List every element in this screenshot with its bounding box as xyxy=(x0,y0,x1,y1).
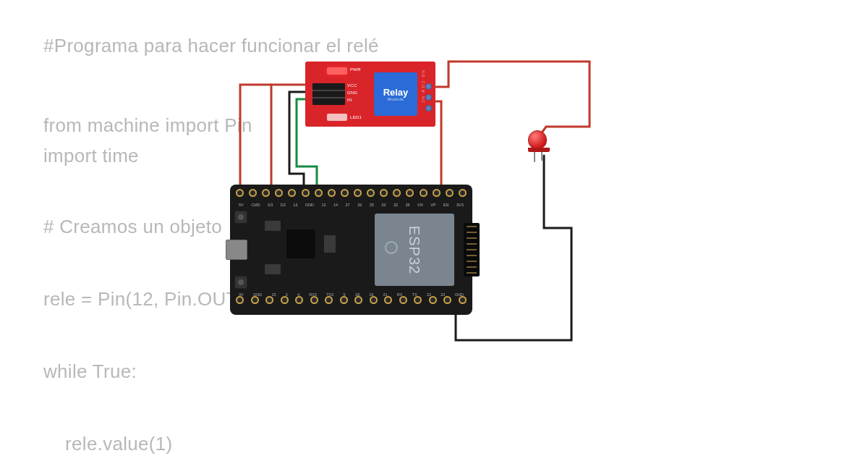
pin-label: 22 xyxy=(427,292,431,297)
pin-hole[interactable] xyxy=(406,189,414,197)
pin-label: 21 xyxy=(383,292,388,297)
pin-hole[interactable] xyxy=(288,189,296,197)
pin-hole[interactable] xyxy=(459,296,467,304)
pin-hole[interactable] xyxy=(265,296,273,304)
pin-hole[interactable] xyxy=(443,296,451,304)
pin-label: 13 xyxy=(293,203,297,207)
esp32-top-pin-labels: 5VCMDD3D213GND1214272625333235VNVPEN3V3 xyxy=(239,203,464,207)
pin-hole[interactable] xyxy=(459,189,467,197)
pin-hole[interactable] xyxy=(249,189,257,197)
pin-hole[interactable] xyxy=(341,189,349,197)
esp32-chip-label: ESP32 xyxy=(406,225,422,274)
esp32-smd-icon xyxy=(265,264,281,274)
circuit-diagram: PWR VCC GND IN LED1 Relay Module NO COM … xyxy=(224,47,629,358)
pin-hole[interactable] xyxy=(251,296,259,304)
relay-in-label: IN xyxy=(347,98,352,102)
pin-hole[interactable] xyxy=(414,296,422,304)
relay-no-terminal[interactable] xyxy=(425,83,432,90)
pin-label: 5 xyxy=(344,292,346,297)
relay-coil-block: Relay Module xyxy=(374,72,417,116)
pin-label: 26 xyxy=(357,203,362,207)
pin-label: 32 xyxy=(393,203,398,207)
code-line: from machine import Pin xyxy=(43,114,252,137)
pin-label: 35 xyxy=(405,203,409,207)
pin-label: 2 xyxy=(286,292,288,297)
pin-label: VP xyxy=(430,203,435,207)
pin-hole[interactable] xyxy=(295,296,303,304)
pin-label: RX2 xyxy=(309,292,317,297)
relay-status-led-icon xyxy=(327,114,347,121)
pin-hole[interactable] xyxy=(281,296,289,304)
code-line: import time xyxy=(43,145,139,167)
relay-module[interactable]: PWR VCC GND IN LED1 Relay Module NO COM … xyxy=(305,62,435,127)
pin-label: EN xyxy=(443,203,449,207)
pin-hole[interactable] xyxy=(315,189,323,197)
pin-hole[interactable] xyxy=(236,296,244,304)
red-led[interactable] xyxy=(528,130,550,161)
led-cathode-leg[interactable] xyxy=(541,152,542,161)
relay-title: Relay xyxy=(383,88,409,97)
pin-label: 3V3 xyxy=(456,203,464,207)
pin-label: 25 xyxy=(370,203,374,207)
pin-label: 14 xyxy=(333,203,338,207)
pin-hole[interactable] xyxy=(354,296,362,304)
esp32-board[interactable]: 5VCMDD3D213GND1214272625333235VNVPEN3V3 … xyxy=(230,185,472,315)
pin-hole[interactable] xyxy=(384,296,392,304)
esp32-top-pin-row[interactable] xyxy=(236,189,467,203)
pin-hole[interactable] xyxy=(354,189,362,197)
led-base-icon xyxy=(528,148,550,152)
esp32-antenna-icon xyxy=(464,223,480,276)
pin-label: GND xyxy=(455,292,464,297)
pin-hole[interactable] xyxy=(328,189,336,197)
espressif-logo-icon xyxy=(385,241,398,254)
relay-led1-label: LED1 xyxy=(350,115,362,119)
relay-output-terminals[interactable] xyxy=(425,83,432,111)
esp32-en-button[interactable] xyxy=(234,211,247,224)
pin-hole[interactable] xyxy=(393,189,401,197)
pin-label: 3V xyxy=(239,292,244,297)
esp32-smd-icon xyxy=(265,221,281,231)
pin-label: TX xyxy=(412,292,417,297)
pin-label: 5V xyxy=(239,203,244,207)
code-line: # Creamos un objeto xyxy=(43,216,222,238)
esp32-bottom-pin-labels: 3VGND1524RX2TX25181921RXTX2223GND xyxy=(239,292,464,297)
pin-hole[interactable] xyxy=(340,296,348,304)
pin-label: D2 xyxy=(281,203,286,207)
code-line: while True: xyxy=(43,360,137,383)
pin-hole[interactable] xyxy=(262,189,270,197)
pin-hole[interactable] xyxy=(433,189,441,197)
esp32-bottom-pin-row[interactable] xyxy=(236,296,467,311)
relay-nc-terminal[interactable] xyxy=(425,105,432,111)
pin-hole[interactable] xyxy=(420,189,427,197)
relay-pwr-label: PWR xyxy=(350,67,361,72)
pin-label: TX2 xyxy=(326,292,333,297)
pin-hole[interactable] xyxy=(325,296,333,304)
pin-hole[interactable] xyxy=(236,189,244,197)
pin-label: D3 xyxy=(268,203,273,207)
pin-label: 19 xyxy=(369,292,373,297)
pin-hole[interactable] xyxy=(380,189,388,197)
pin-hole[interactable] xyxy=(446,189,454,197)
relay-terminal-labels: NO COM NC xyxy=(421,70,425,104)
pin-label: VN xyxy=(417,203,423,207)
relay-com-terminal[interactable] xyxy=(425,94,432,101)
pin-label: 18 xyxy=(355,292,359,297)
relay-gnd-label: GND xyxy=(347,90,357,95)
pin-hole[interactable] xyxy=(370,296,378,304)
esp32-boot-button[interactable] xyxy=(234,276,247,289)
led-bulb-icon xyxy=(528,130,547,149)
pin-hole[interactable] xyxy=(302,189,310,197)
pin-hole[interactable] xyxy=(275,189,283,197)
esp32-smd-icon xyxy=(324,235,336,253)
pin-label: 23 xyxy=(441,292,445,297)
relay-input-header[interactable] xyxy=(312,83,345,105)
code-line: rele.value(1) xyxy=(43,433,173,455)
relay-subtitle: Module xyxy=(388,97,404,101)
pin-hole[interactable] xyxy=(367,189,375,197)
pin-hole[interactable] xyxy=(399,296,407,304)
pin-hole[interactable] xyxy=(310,296,318,304)
led-anode-leg[interactable] xyxy=(534,152,535,162)
esp32-usb-port-icon xyxy=(226,240,247,260)
pin-label: 27 xyxy=(346,203,350,207)
pin-hole[interactable] xyxy=(429,296,437,304)
